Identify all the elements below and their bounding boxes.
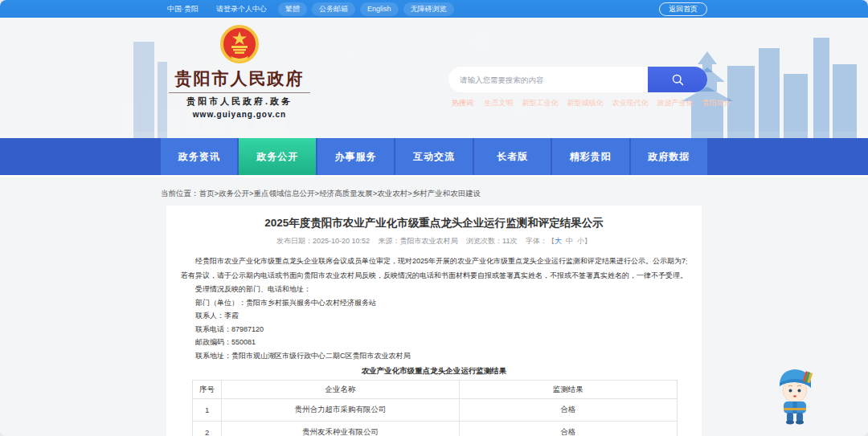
header-cell-index: 序号 [193,381,222,399]
table-row: 1 贵州合力超市采购有限公司 合格 [193,399,678,422]
search-button[interactable] [648,67,707,92]
logo-divider [169,92,310,93]
hot-term-ecology[interactable]: 生态文明 [485,98,514,108]
font-size-large-button[interactable]: 大 [555,237,562,245]
table-header-row: 序号 企业名称 监测结果 [193,381,678,399]
search-icon [671,73,685,87]
article-body: 经贵阳市农业产业化市级重点龙头企业联席会议成员单位审定，现对2025年开展的农业… [181,254,687,362]
font-size-small-button[interactable]: 小 [577,237,584,245]
hot-term-agriculture[interactable]: 农业现代化 [612,98,649,108]
search-block: 热搜词: 生态文明 新型工业化 新型城镇化 农业现代化 旅游产业化 贵阳简介 [448,67,707,108]
body-paragraph-line: 经贵阳市农业产业化市级重点龙头企业联席会议成员单位审定，现对2025年开展的农业… [181,254,687,268]
contact-department-line: 部门（单位）：贵阳市乡村振兴服务中心农村经济服务站 [181,296,687,310]
hot-term-industrialization[interactable]: 新型工业化 [522,98,559,108]
cell-index: 1 [193,399,222,422]
contact-phone-line: 联系电话：87987120 [181,323,687,336]
cell-result: 合格 [459,422,677,436]
publish-date-label: 发布日期： [276,237,313,245]
topbar-item-english[interactable]: English [360,2,399,16]
topbar-item-traditional[interactable]: 繁體 [278,2,307,16]
views-value: 11次 [502,237,517,245]
breadcrumb-row: 当前位置：首页>政务公开>重点领域信息公开>经济高质量发展>农业农村>乡村产业和… [0,175,868,206]
publish-date: 2025-10-20 10:52 [313,237,370,245]
main-navigation: 政务资讯 政务公开 办事服务 互动交流 长者版 精彩贵阳 政府数据 [0,138,868,175]
cell-index: 2 [193,422,222,436]
postal-code-line: 邮政编码：550081 [181,336,687,349]
article-meta: 发布日期：2025-10-20 10:52 来源：贵阳市农业农村局 浏览次数：1… [181,235,687,247]
site-title: 贵阳市人民政府 [166,67,313,90]
topbar-links: 中国·贵阳 请登录个人中心 繁體 公务邮箱 English 无障碍浏览 [161,0,454,18]
site-url: www.guiyang.gov.cn [166,110,313,119]
table-caption: 农业产业化市级重点龙头企业运行监测结果 [181,364,687,378]
content-area: 2025年度贵阳市农业产业化市级重点龙头企业运行监测和评定结果公示 发布日期：2… [0,206,868,436]
header-cell-company: 企业名称 [222,381,459,399]
site-banner: 贵阳市人民政府 贵阳市人民政府.政务 www.guiyang.gov.cn [0,18,868,138]
page-title: 2025年度贵阳市农业产业化市级重点龙头企业运行监测和评定结果公示 [181,215,687,231]
return-home-button[interactable]: 返回首页 [659,2,707,16]
monitoring-result-table: 序号 企业名称 监测结果 1 贵州合力超市采购有限公司 合格 2 贵州友禾种业有… [192,380,678,436]
topbar-item-accessibility[interactable]: 无障碍浏览 [403,2,454,16]
contact-address-line: 联系地址：贵阳市观山湖区市级行政中心二期C区贵阳市农业农村局 [181,349,687,363]
font-size-medium-button[interactable]: 中 [566,237,573,245]
table-row: 2 贵州友禾种业有限公司 合格 [193,422,678,436]
font-size-label: 字体：【 [526,237,555,245]
site-subtitle: 贵阳市人民政府.政务 [166,96,313,108]
national-emblem-icon [219,24,260,66]
hot-term-guiyang-intro[interactable]: 贵阳简介 [702,98,731,108]
hot-search-row: 热搜词: 生态文明 新型工业化 新型城镇化 农业现代化 旅游产业化 贵阳简介 [448,98,707,108]
nav-item-gov-affairs[interactable]: 政务公开 [239,138,315,175]
body-paragraph-line: 若有异议，请于公示期内电话或书面向贵阳市农业农村局反映，反映情况的电话和书面材料… [181,268,687,283]
font-size-bracket: 】 [584,237,592,245]
top-utility-bar: 中国·贵阳 请登录个人中心 繁體 公务邮箱 English 无障碍浏览 返回首页 [0,0,868,18]
source-value: 贵阳市农业农村局 [400,237,458,245]
topbar-item-login-center[interactable]: 请登录个人中心 [210,0,273,18]
site-logo-block[interactable]: 贵阳市人民政府 贵阳市人民政府.政务 www.guiyang.gov.cn [166,24,313,119]
breadcrumb[interactable]: 首页>政务公开>重点领域信息公开>经济高质量发展>农业农村>乡村产业和农田建设 [199,189,481,198]
cell-company: 贵州合力超市采购有限公司 [222,399,459,422]
mascot-assistant-icon[interactable] [772,364,818,425]
browser-window: 中国·贵阳 请登录个人中心 繁體 公务邮箱 English 无障碍浏览 返回首页 [0,0,868,436]
nav-item-interaction[interactable]: 互动交流 [395,138,472,175]
contact-person-line: 联系人：李霞 [181,309,687,323]
hot-search-label: 热搜词: [452,98,476,108]
article-card: 2025年度贵阳市农业产业化市级重点龙头企业运行监测和评定结果公示 发布日期：2… [166,206,702,436]
cell-result: 合格 [459,399,677,422]
cell-company: 贵州友禾种业有限公司 [222,422,459,436]
nav-item-services[interactable]: 办事服务 [317,138,394,175]
nav-item-wonderful-guiyang[interactable]: 精彩贵阳 [552,138,628,175]
nav-item-elderly[interactable]: 长者版 [474,138,551,175]
topbar-item-china-guiyang[interactable]: 中国·贵阳 [161,0,205,18]
nav-item-news[interactable]: 政务资讯 [161,138,237,175]
hot-term-urbanization[interactable]: 新型城镇化 [567,98,604,108]
source-label: 来源： [379,237,400,245]
hot-term-tourism[interactable]: 旅游产业化 [657,98,694,108]
views-label: 浏览次数： [466,237,502,245]
breadcrumb-label: 当前位置： [161,189,199,198]
header-cell-result: 监测结果 [459,381,677,399]
nav-item-gov-data[interactable]: 政府数据 [631,138,707,175]
body-intro-line: 受理情况反映的部门、电话和地址： [181,283,687,296]
topbar-item-mail[interactable]: 公务邮箱 [312,2,355,16]
